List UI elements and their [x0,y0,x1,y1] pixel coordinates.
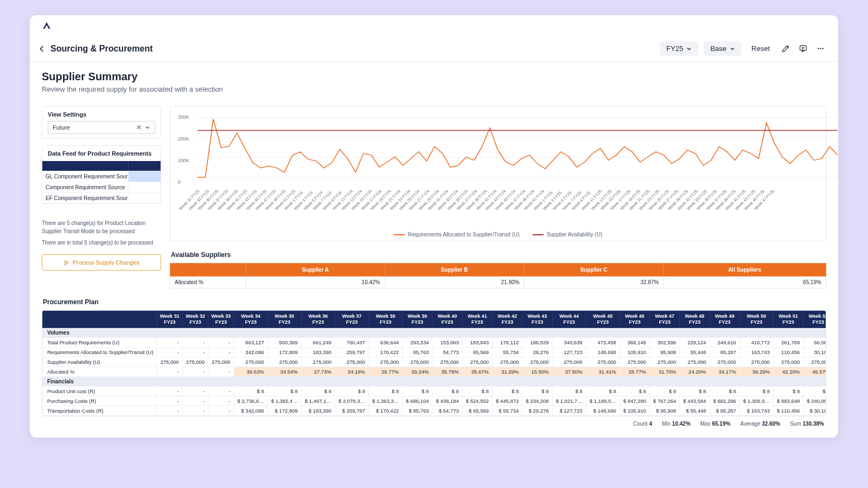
supplier-col: All Suppliers [663,264,826,277]
page-title: Sourcing & Procurement [50,44,152,54]
available-suppliers-table: Supplier ASupplier BSupplier CAll Suppli… [170,263,826,288]
procurement-plan-title: Procurement Plan [43,298,826,306]
section-desc: Review the required supply for associate… [42,85,826,93]
data-feed-row[interactable]: Component Requirement Source [42,182,161,192]
more-icon[interactable] [814,43,826,55]
view-select[interactable]: Future ✕ [48,121,155,134]
legend-requirements: Requirements Allocated to Supplier/Trans… [394,232,520,237]
clear-icon[interactable]: ✕ [136,124,142,131]
data-feed-row[interactable]: EF Component Requirement Source [42,192,161,203]
stats-bar: Count 4 Min 10.42% Max 65.19% Average 32… [42,416,826,427]
change-notes: There are 5 change(s) for Product Locati… [42,219,161,247]
change-note-2: There are in total 5 change(s) to be pro… [42,239,161,247]
view-settings-head: View Settings [48,111,155,118]
fiscal-year-label: FY25 [666,44,683,53]
chevron-down-icon [145,125,150,130]
back-button[interactable] [37,44,46,53]
procurement-plan-table[interactable]: Week 31FY23Week 32FY23Week 33FY23Week 34… [42,311,826,416]
edit-icon[interactable] [780,43,792,55]
data-feed-row[interactable]: GL Component Requirement Source [42,171,161,182]
view-settings-panel: View Settings Future ✕ [42,106,161,139]
comment-icon[interactable] [797,43,809,55]
allocated-value: 10.42% [246,277,385,288]
allocated-value: 21.90% [385,277,524,288]
allocated-value: 32.87% [524,277,663,288]
legend-availability: Supplier Availability (U) [533,232,603,237]
svg-point-2 [820,48,821,49]
view-select-value: Future [53,124,70,131]
app-logo [42,21,52,30]
supply-chart: 0100K200K300K Week 31 FY23Week 33 FY23We… [170,106,826,241]
available-suppliers-title: Available Suppliers [171,251,826,259]
scenario-dropdown[interactable]: Base [704,41,742,56]
fiscal-year-dropdown[interactable]: FY25 [660,41,698,56]
allocated-label: Allocated % [170,277,246,288]
svg-rect-0 [800,46,806,50]
supplier-col: Supplier C [524,264,663,277]
allocated-value: 65.19% [663,277,826,288]
process-supply-changes-button[interactable]: Process Supply Changes [42,254,161,271]
svg-point-3 [822,48,823,49]
supplier-col: Supplier A [246,264,385,277]
svg-point-1 [818,48,819,49]
section-title: Supplier Summary [42,70,826,83]
change-note-1: There are 5 change(s) for Product Locati… [42,219,161,235]
supplier-col: Supplier B [385,264,524,277]
data-feed-header-row [42,161,161,171]
scenario-label: Base [710,44,726,53]
data-feed-head: Data Feed for Product Requirements [42,146,161,161]
play-icon [63,260,69,266]
data-feed-panel: Data Feed for Product Requirements GL Co… [42,145,161,204]
reset-button[interactable]: Reset [747,41,774,56]
process-button-label: Process Supply Changes [73,259,140,266]
